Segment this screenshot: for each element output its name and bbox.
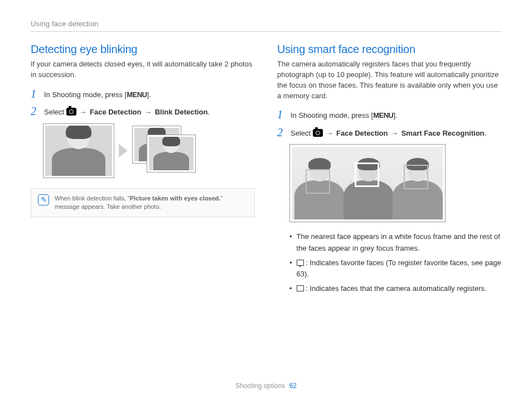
left-column: Detecting eye blinking If your camera de… [31, 43, 255, 298]
step-number: 1 [277, 109, 285, 120]
blink-detection-label: Blink Detection [155, 108, 208, 116]
step1-text: In Shooting mode, press [ [44, 90, 127, 99]
bullet-3: • : Indicates faces that the camera auto… [289, 283, 501, 294]
step2-text: Select [291, 129, 313, 137]
step-number: 2 [31, 106, 38, 117]
footer-section: Shooting options [235, 382, 285, 390]
step-number: 2 [277, 127, 285, 138]
arrow: → [76, 108, 90, 116]
page-number: 62 [289, 382, 297, 390]
menu-label: MENU [127, 90, 147, 99]
note-icon [38, 194, 49, 205]
step-2-right: 2 Select → Face Detection → Smart Face R… [277, 127, 501, 139]
step2-text-end: . [207, 108, 210, 116]
step-number: 1 [31, 88, 38, 99]
section-title-blink: Detecting eye blinking [31, 43, 255, 56]
camera-icon [313, 129, 323, 137]
photo-stack [132, 126, 194, 176]
favorite-frame-icon [297, 260, 304, 266]
focus-frame-white [355, 162, 379, 187]
group-illustration [289, 144, 446, 222]
arrow: → [323, 129, 336, 137]
arrow: → [388, 129, 401, 137]
menu-label: MENU [373, 111, 393, 119]
step2-text: Select [44, 108, 66, 116]
blink-illustration [43, 123, 255, 178]
intro-blink: If your camera detects closed eyes, it w… [31, 59, 255, 80]
right-column: Using smart face recognition The camera … [277, 43, 501, 298]
smart-face-label: Smart Face Recognition [402, 129, 485, 137]
step-1-left: 1 In Shooting mode, press [MENU]. [31, 88, 255, 100]
page-footer: Shooting options 62 [0, 382, 532, 390]
photo-single [43, 123, 114, 178]
section-title-smart: Using smart face recognition [277, 43, 501, 56]
intro-smart: The camera automatically registers faces… [277, 59, 501, 101]
face-detection-label: Face Detection [336, 129, 388, 137]
step2-text-end: . [485, 129, 487, 137]
note-box: When blink detection fails, "Picture tak… [31, 188, 255, 218]
bullet-1: •The nearest face appears in a white foc… [289, 231, 501, 253]
step-1-right: 1 In Shooting mode, press [MENU]. [277, 109, 501, 121]
arrow-icon [119, 144, 128, 157]
step-2-left: 2 Select → Face Detection → Blink Detect… [31, 106, 255, 118]
focus-frame-grey [306, 169, 330, 194]
arrow: → [141, 108, 154, 116]
step1-text-end: ]. [147, 90, 151, 99]
face-detection-label: Face Detection [90, 108, 141, 116]
auto-frame-icon [297, 285, 304, 291]
breadcrumb: Using face detection [31, 20, 501, 28]
divider [31, 31, 501, 32]
note-text: When blink detection fails, "Picture tak… [55, 194, 248, 212]
step1-text: In Shooting mode, press [ [291, 111, 373, 119]
camera-icon [66, 108, 76, 116]
bullet-2: • : Indicates favorite faces (To registe… [289, 257, 501, 280]
step1-text-end: ]. [393, 111, 397, 119]
focus-frame-grey [404, 165, 428, 189]
